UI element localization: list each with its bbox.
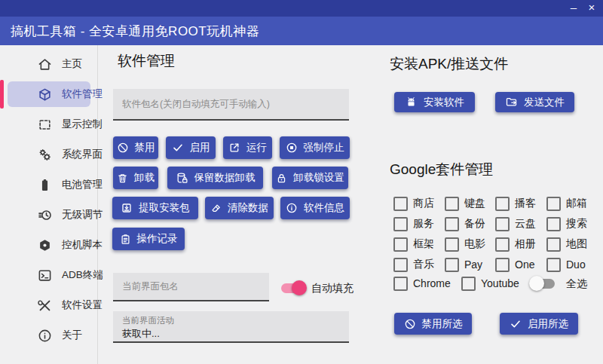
uninstall-button[interactable]: 卸载 — [113, 167, 158, 189]
sidebar-item-battery[interactable]: 电池管理 — [8, 172, 90, 197]
sidebar-item-label: 系统界面 — [62, 148, 103, 161]
checkbox-icon[interactable] — [393, 217, 408, 231]
check-icon — [510, 318, 522, 330]
install-app-button[interactable]: 安装软件 — [394, 92, 475, 112]
google-item-youtube[interactable]: Youtube — [461, 277, 519, 290]
google-item-music[interactable]: 音乐 — [393, 258, 445, 271]
checkbox-icon[interactable] — [495, 237, 510, 252]
force-stop-button[interactable]: 强制停止 — [280, 136, 350, 159]
checkbox-icon[interactable] — [445, 258, 459, 272]
checkbox-icon[interactable] — [546, 197, 561, 211]
google-item-search[interactable]: 搜索 — [546, 217, 592, 231]
checkbox-label: Chrome — [413, 277, 451, 289]
current-activity-field[interactable]: 当前界面活动 获取中... — [113, 311, 349, 343]
sidebar-item-home[interactable]: 主页 — [8, 51, 90, 77]
folder-send-icon — [505, 96, 518, 109]
button-label: 软件信息 — [304, 201, 344, 215]
app-info-button[interactable]: 软件信息 — [280, 197, 350, 219]
battery-icon — [38, 178, 52, 192]
install-push-title: 安装APK/推送文件 — [390, 54, 508, 74]
button-label: 启用 — [190, 141, 210, 154]
google-item-maps[interactable]: 地图 — [546, 237, 592, 251]
keep-data-uninstall-button[interactable]: 保留数据卸载 — [167, 167, 263, 189]
sidebar-item-adb-terminal[interactable]: ADB终端 — [8, 262, 90, 288]
sidebar: 主页 软件管理 显示控制 系统界面 电池管理 无级调节 控机脚本 ADB终端 软… — [0, 45, 98, 364]
google-item-backup[interactable]: 备份 — [445, 217, 495, 231]
disable-selected-button[interactable]: 禁用所选 — [394, 313, 472, 335]
disable-button[interactable]: 禁用 — [113, 136, 158, 159]
google-item-keyboard[interactable]: 键盘 — [445, 197, 495, 210]
operation-log-button[interactable]: 操作记录 — [112, 228, 185, 250]
hexagon-nut-icon — [38, 238, 52, 252]
google-item-pay[interactable]: Pay — [445, 258, 495, 271]
checkbox-icon[interactable] — [445, 197, 459, 211]
checkbox-icon[interactable] — [495, 258, 510, 272]
lock-icon — [276, 173, 287, 184]
enable-button[interactable]: 启用 — [166, 136, 216, 159]
google-item-one[interactable]: One — [495, 258, 546, 271]
sidebar-item-control-script[interactable]: 控机脚本 — [8, 232, 90, 258]
checkbox-label: One — [515, 258, 534, 271]
checkbox-icon[interactable] — [393, 258, 408, 272]
sidebar-item-display-control[interactable]: 显示控制 — [8, 112, 90, 137]
checkbox-icon[interactable] — [393, 277, 408, 291]
uninstall-lock-settings-button[interactable]: 卸载锁设置 — [272, 167, 348, 189]
select-all-toggle[interactable] — [529, 276, 556, 291]
sidebar-item-about[interactable]: 关于 — [8, 323, 90, 348]
google-item-movies[interactable]: 电影 — [445, 237, 495, 251]
sidebar-item-settings[interactable]: 软件设置 — [8, 292, 90, 318]
checkbox-icon[interactable] — [495, 197, 510, 211]
google-item-photos[interactable]: 相册 — [495, 237, 546, 251]
launch-icon — [228, 142, 240, 154]
checkbox-icon[interactable] — [546, 258, 561, 272]
autofill-toggle[interactable] — [280, 280, 307, 295]
run-button[interactable]: 运行 — [223, 136, 272, 159]
sidebar-item-label: 无级调节 — [62, 208, 103, 222]
checkbox-icon[interactable] — [393, 237, 408, 252]
autofill-label: 自动填充 — [311, 282, 354, 295]
sidebar-item-stepless-adjust[interactable]: 无级调节 — [8, 202, 90, 228]
toggle-thumb — [529, 276, 544, 291]
google-item-store[interactable]: 商店 — [393, 197, 445, 210]
clipboard-icon — [120, 234, 131, 245]
history-clock-icon — [38, 208, 52, 222]
checkbox-icon[interactable] — [546, 217, 561, 231]
clear-data-button[interactable]: 清除数据 — [205, 197, 274, 219]
button-row-2: 卸载 保留数据卸载 卸载锁设置 — [113, 167, 348, 189]
sidebar-item-system-ui[interactable]: 系统界面 — [8, 142, 90, 167]
checkbox-icon[interactable] — [461, 277, 476, 291]
google-item-mail[interactable]: 邮箱 — [546, 197, 592, 210]
package-name-input[interactable] — [113, 89, 349, 121]
extract-apk-button[interactable]: 提取安装包 — [112, 197, 198, 219]
checkbox-icon[interactable] — [546, 237, 561, 252]
terminal-icon — [38, 268, 52, 283]
sidebar-item-label: 显示控制 — [62, 118, 103, 131]
google-item-chrome[interactable]: Chrome — [393, 277, 451, 290]
close-button[interactable]: × — [582, 0, 601, 17]
checkbox-label: 服务 — [413, 217, 434, 231]
enable-selected-button[interactable]: 启用所选 — [500, 313, 578, 335]
button-label: 运行 — [246, 141, 267, 154]
send-file-button[interactable]: 发送文件 — [495, 92, 574, 112]
google-item-services[interactable]: 服务 — [393, 217, 445, 231]
checkbox-icon[interactable] — [445, 237, 459, 252]
google-item-podcasts[interactable]: 播客 — [495, 197, 546, 210]
sidebar-item-label: 软件设置 — [62, 298, 103, 312]
checkbox-label: 备份 — [464, 217, 485, 231]
google-item-duo[interactable]: Duo — [546, 258, 592, 271]
checkbox-icon[interactable] — [393, 197, 408, 211]
sidebar-item-label: 关于 — [62, 329, 82, 342]
info-circle-icon — [286, 202, 298, 214]
button-label: 清除数据 — [228, 201, 268, 215]
package-cube-icon — [38, 87, 52, 102]
checkbox-label: 键盘 — [464, 197, 485, 210]
current-package-input[interactable] — [113, 273, 269, 301]
google-item-framework[interactable]: 框架 — [393, 237, 445, 251]
checkbox-icon[interactable] — [495, 217, 510, 231]
window-titlebar: – × — [0, 0, 603, 17]
sidebar-item-software-management[interactable]: 软件管理 — [8, 81, 90, 107]
minimize-button[interactable]: – — [564, 0, 583, 17]
checkbox-icon[interactable] — [445, 217, 459, 231]
google-item-drive[interactable]: 云盘 — [495, 217, 546, 231]
checkbox-label: 云盘 — [515, 217, 536, 231]
